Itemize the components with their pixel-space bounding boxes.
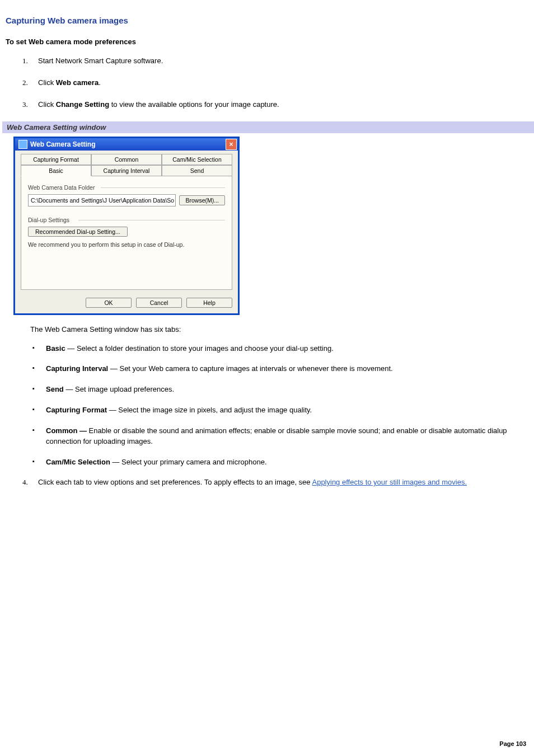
page-title: Capturing Web camera images bbox=[6, 16, 528, 25]
bullet-basic: Basic — Select a folder destination to s… bbox=[30, 344, 528, 354]
bullet-text: — Set your Web camera to capture images … bbox=[108, 364, 392, 373]
bullet-send: Send — Set image upload preferences. bbox=[30, 384, 528, 395]
web-camera-setting-dialog: Web Camera Setting × Capturing Format Co… bbox=[13, 137, 240, 315]
step-text-bold: Change Setting bbox=[56, 100, 109, 109]
bullet-text: — Select your primary camera and microph… bbox=[110, 458, 267, 466]
step-text-pre: Click each tab to view options and set p… bbox=[38, 478, 312, 486]
page-footer: Page 103 bbox=[499, 740, 526, 747]
browse-button[interactable]: Browse(M)... bbox=[179, 195, 225, 205]
step-text-post: . bbox=[99, 78, 101, 87]
bullet-bold: Common — bbox=[46, 426, 89, 435]
dialup-row: Recommended Dial-up Setting... bbox=[28, 227, 225, 237]
step-text-pre: Click bbox=[38, 78, 56, 87]
bullet-bold: Basic bbox=[46, 344, 65, 353]
bullet-text: — Select a folder destination to store y… bbox=[65, 344, 334, 353]
tabs-row-2: Basic Capturing Interval Send bbox=[21, 165, 232, 176]
data-folder-input[interactable]: C:\Documents and Settings\J User\Applica… bbox=[28, 194, 176, 206]
app-icon bbox=[18, 140, 27, 149]
tab-common[interactable]: Common bbox=[91, 154, 162, 165]
bullet-bold: Capturing Format bbox=[46, 406, 107, 414]
group-label-data-folder: Web Camera Data Folder bbox=[28, 184, 225, 191]
tab-basic[interactable]: Basic bbox=[21, 165, 91, 176]
step-text-bold: Web camera bbox=[56, 78, 99, 87]
group-label-dialup: Dial-up Settings bbox=[28, 217, 225, 223]
steps-list-cont: Click each tab to view options and set p… bbox=[22, 477, 528, 488]
bullet-cam-mic: Cam/Mic Selection — Select your primary … bbox=[30, 457, 528, 468]
step-text-post: to view the available options for your i… bbox=[109, 100, 279, 109]
titlebar-left: Web Camera Setting bbox=[18, 140, 95, 149]
bullet-bold: Cam/Mic Selection bbox=[46, 458, 110, 466]
step-text-pre: Click bbox=[38, 100, 56, 109]
applying-effects-link[interactable]: Applying effects to your still images an… bbox=[312, 478, 467, 486]
bullet-capturing-interval: Capturing Interval — Set your Web camera… bbox=[30, 364, 528, 374]
tab-capturing-format[interactable]: Capturing Format bbox=[21, 154, 91, 165]
tab-capturing-interval[interactable]: Capturing Interval bbox=[91, 165, 162, 176]
step-2: Click Web camera. bbox=[22, 78, 528, 88]
help-button[interactable]: Help bbox=[186, 298, 232, 308]
step-text: Start Network Smart Capture software. bbox=[38, 57, 163, 65]
tab-panel-basic: Web Camera Data Folder C:\Documents and … bbox=[21, 176, 232, 290]
spacer bbox=[28, 206, 225, 214]
recommended-dialup-button[interactable]: Recommended Dial-up Setting... bbox=[28, 227, 128, 237]
steps-list: Start Network Smart Capture software. Cl… bbox=[22, 56, 528, 110]
bullet-capturing-format: Capturing Format — Select the image size… bbox=[30, 405, 528, 416]
section-subhead: To set Web camera mode preferences bbox=[6, 37, 528, 46]
bullet-text: — Set image upload preferences. bbox=[64, 385, 174, 393]
bullet-common: Common — Enable or disable the sound and… bbox=[30, 426, 528, 447]
dialog-body: Capturing Format Common Cam/Mic Selectio… bbox=[15, 151, 238, 295]
document-page: Capturing Web camera images To set Web c… bbox=[0, 0, 534, 756]
data-folder-row: C:\Documents and Settings\J User\Applica… bbox=[28, 194, 225, 206]
dialog-title: Web Camera Setting bbox=[30, 140, 95, 148]
step-3: Click Change Setting to view the availab… bbox=[22, 100, 528, 110]
bullet-bold: Capturing Interval bbox=[46, 364, 108, 373]
tabs-intro: The Web Camera Setting window has six ta… bbox=[30, 325, 528, 334]
tab-cam-mic-selection[interactable]: Cam/Mic Selection bbox=[162, 154, 232, 165]
dialog-figure: Web Camera Setting × Capturing Format Co… bbox=[13, 137, 528, 315]
dialog-titlebar: Web Camera Setting × bbox=[15, 138, 238, 151]
step-4: Click each tab to view options and set p… bbox=[22, 477, 528, 488]
cancel-button[interactable]: Cancel bbox=[136, 298, 182, 308]
tabs-bullets: Basic — Select a folder destination to s… bbox=[30, 344, 528, 468]
dialup-note: We recommend you to perform this setup i… bbox=[28, 241, 225, 248]
tab-send[interactable]: Send bbox=[162, 165, 232, 176]
dialog-footer: OK Cancel Help bbox=[15, 295, 238, 313]
tabs-row-1: Capturing Format Common Cam/Mic Selectio… bbox=[21, 154, 232, 165]
step-1: Start Network Smart Capture software. bbox=[22, 56, 528, 67]
bullet-bold: Send bbox=[46, 385, 64, 393]
bullet-text: Enable or disable the sound and animatio… bbox=[46, 426, 507, 445]
ok-button[interactable]: OK bbox=[86, 298, 132, 308]
figure-caption-bar: Web Camera Setting window bbox=[2, 121, 534, 133]
close-button[interactable]: × bbox=[226, 139, 237, 150]
bullet-text: — Select the image size in pixels, and a… bbox=[107, 406, 312, 414]
